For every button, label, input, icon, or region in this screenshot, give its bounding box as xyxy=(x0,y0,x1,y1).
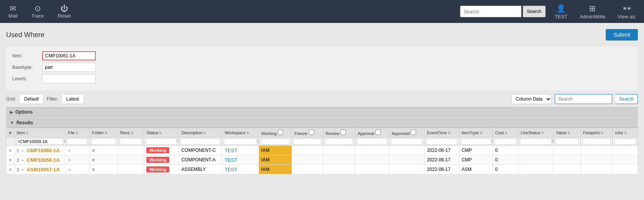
column-data-select[interactable]: Column Data xyxy=(511,94,552,104)
nav-trace[interactable]: ⊙ Trace xyxy=(28,3,48,20)
filter-approved-input[interactable] xyxy=(391,138,423,145)
layers-icon: ≡ xyxy=(92,157,95,163)
filter-status: 🔍 xyxy=(144,138,179,146)
filter-et-input[interactable] xyxy=(426,138,457,145)
results-arrow-icon: ▼ xyxy=(10,120,14,125)
filter-status-input[interactable] xyxy=(146,138,177,145)
filter-approved xyxy=(389,138,424,146)
approval-header-check[interactable] xyxy=(375,130,381,135)
freeze-header-check[interactable] xyxy=(309,130,314,135)
workspace-link[interactable]: TEST xyxy=(224,167,237,172)
row-approval-cell xyxy=(355,155,389,165)
workspace-link[interactable]: TEST xyxy=(224,157,237,163)
item-link[interactable]: ASM10057-1A xyxy=(27,167,60,172)
row-freeze-cell xyxy=(292,165,323,174)
filter-review-input[interactable] xyxy=(325,138,353,145)
global-search: Search xyxy=(460,6,546,17)
working-header-check[interactable] xyxy=(278,130,283,135)
filter-it-input[interactable] xyxy=(461,138,491,145)
filter-item-input[interactable] xyxy=(16,138,64,145)
drag-handle-icon: ≡ xyxy=(9,148,12,153)
filter-label: Filter: xyxy=(47,96,58,102)
filter-val-input[interactable] xyxy=(555,138,578,145)
filter-item: 🔍 xyxy=(14,138,66,146)
row-cost-cell: 0 xyxy=(493,165,518,174)
global-search-button[interactable]: Search xyxy=(523,6,546,17)
grid-label: Grid: xyxy=(6,96,16,102)
results-section-bar[interactable]: ▼ Results xyxy=(6,118,638,128)
filter-desc-input[interactable] xyxy=(180,138,220,145)
drag-handle-icon: ≡ xyxy=(9,157,12,163)
nav-reset[interactable]: ⏻ Reset xyxy=(54,3,75,20)
file-sort-icon: ⇅ xyxy=(75,131,79,135)
row-usestatus-cell xyxy=(518,165,554,174)
filter-footprint xyxy=(580,138,612,146)
filter-approval-input[interactable] xyxy=(357,138,387,145)
user-profile[interactable]: 👤 TEST xyxy=(552,4,570,20)
view-as[interactable]: 👓 View as: xyxy=(615,4,639,20)
row-status-cell: Working xyxy=(144,165,179,174)
basetype-label: Basetype: xyxy=(12,65,39,70)
revs-sort-icon: ⇅ xyxy=(131,131,134,135)
th-usestatus: UseStatus⇅ xyxy=(518,128,554,138)
filter-usestatus: 🔍 xyxy=(518,138,554,146)
filter-revs-input[interactable] xyxy=(120,138,143,145)
file-chevron-icon[interactable]: > xyxy=(68,167,71,172)
admin-write[interactable]: ⊞ AdminWrite xyxy=(577,4,608,20)
grid-search-input[interactable] xyxy=(555,94,612,104)
filter-working-input[interactable] xyxy=(261,138,290,145)
item-input[interactable] xyxy=(42,51,96,60)
filter-folder-input[interactable] xyxy=(91,138,116,145)
table-header-row: ≡ Item⇅ File⇅ Folder⇅ Revs⇅ Status⇅ Desc… xyxy=(7,128,638,138)
row-value-cell xyxy=(554,146,580,155)
filter-rohs-input[interactable] xyxy=(614,138,636,145)
nav-mail-label: Mail xyxy=(8,13,18,19)
row-drag-cell: ≡ xyxy=(7,146,15,155)
table-row: ≡ 3 + ASM10057-1A > ≡ Working ASSEMBLY T… xyxy=(7,165,638,174)
row-expand-icon[interactable]: + xyxy=(21,148,24,153)
th-drag: ≡ xyxy=(7,128,15,138)
file-chevron-icon[interactable]: > xyxy=(68,157,71,163)
review-header-check[interactable] xyxy=(341,130,346,135)
basetype-input[interactable] xyxy=(42,63,96,72)
submit-button[interactable]: Submit xyxy=(606,29,638,41)
et-sort-icon: ⇅ xyxy=(448,131,451,135)
filter-fp-input[interactable] xyxy=(582,138,611,145)
row-approved-cell xyxy=(389,165,424,174)
filter-ws-input[interactable] xyxy=(224,138,257,145)
item-link[interactable]: CMP10058-1A xyxy=(27,157,60,163)
trace-icon: ⊙ xyxy=(34,5,41,12)
filter-us-input[interactable] xyxy=(520,138,552,145)
filter-file-input[interactable] xyxy=(67,138,88,145)
workspace-link[interactable]: TEST xyxy=(224,148,237,153)
row-description-cell: COMPONENT-C xyxy=(179,146,222,155)
default-button[interactable]: Default xyxy=(19,94,44,104)
row-approved-cell xyxy=(389,155,424,165)
file-chevron-icon[interactable]: > xyxy=(68,148,71,153)
global-search-input[interactable] xyxy=(460,6,521,17)
row-itemtype-cell: ASM xyxy=(459,165,493,174)
row-expand-icon[interactable]: + xyxy=(21,167,24,172)
row-rohs-cell xyxy=(613,155,638,165)
nav-mail[interactable]: ✉ Mail xyxy=(5,3,21,20)
filter-file xyxy=(66,138,90,146)
user-icon: 👤 xyxy=(556,4,566,13)
options-section-bar[interactable]: ▶ Options xyxy=(6,107,638,117)
filter-freeze-input[interactable] xyxy=(293,138,321,145)
levels-input[interactable] xyxy=(42,74,96,83)
th-item: Item⇅ xyxy=(14,128,66,138)
item-link[interactable]: CMP10060-1A xyxy=(27,148,60,153)
th-itemtype: ItemType⇅ xyxy=(459,128,493,138)
table-row: ≡ 2 + CMP10058-1A > ≡ Working COMPONENT-… xyxy=(7,155,638,165)
table-filter-row: 🔍 🔍 🔍 🔍 🔍 xyxy=(7,138,638,146)
form-levels-row: Levels: xyxy=(12,74,632,83)
table-row: ≡ 1 + CMP10060-1A > ≡ Working COMPONENT-… xyxy=(7,146,638,155)
grid-search-button[interactable]: Search xyxy=(615,94,638,104)
filter-folder xyxy=(89,138,118,146)
approved-header-check[interactable] xyxy=(411,130,416,135)
nav-trace-label: Trace xyxy=(31,13,44,19)
row-review-cell xyxy=(323,146,355,155)
latest-button[interactable]: Latest xyxy=(61,94,84,104)
filter-cost-input[interactable] xyxy=(495,138,517,145)
row-expand-icon[interactable]: + xyxy=(21,158,24,163)
